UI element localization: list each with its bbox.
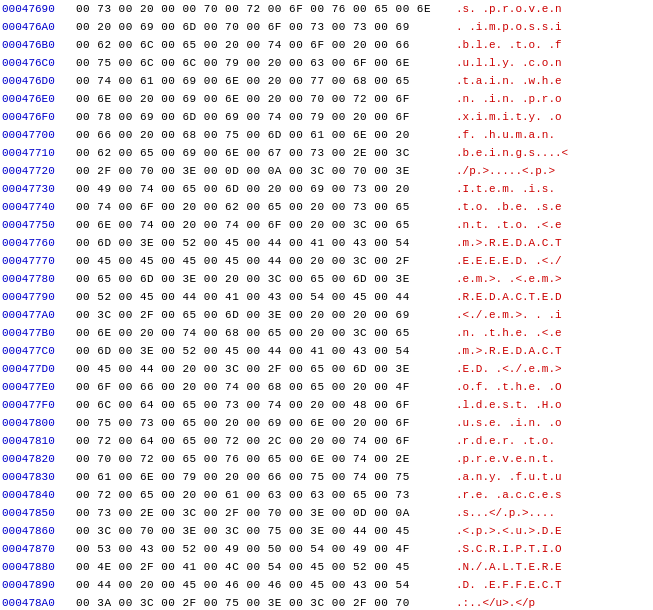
hex-cell: 00 74 00 6F 00 20 00 62 00 65 00 20 00 7… <box>72 198 452 216</box>
address-cell: 00047820 <box>0 450 72 468</box>
ascii-cell: .s...</.p.>.... <box>452 504 555 522</box>
ascii-cell: .l.d.e.s.t. .H.o <box>452 396 562 414</box>
ascii-cell: .r.e. .a.c.c.e.s <box>452 486 562 504</box>
ascii-cell: .S.C.R.I.P.T.I.O <box>452 540 562 558</box>
table-row: 000476A000 20 00 69 00 6D 00 70 00 6F 00… <box>0 18 653 36</box>
ascii-cell: .t.a.i.n. .w.h.e <box>452 72 562 90</box>
hex-cell: 00 6F 00 66 00 20 00 74 00 68 00 65 00 2… <box>72 378 452 396</box>
address-cell: 00047890 <box>0 576 72 594</box>
table-row: 000477C000 6D 00 3E 00 52 00 45 00 44 00… <box>0 342 653 360</box>
hex-cell: 00 6D 00 3E 00 52 00 45 00 44 00 41 00 4… <box>72 342 452 360</box>
ascii-cell: .E.E.E.E.D. .<./ <box>452 252 562 270</box>
table-row: 0004772000 2F 00 70 00 3E 00 0D 00 0A 00… <box>0 162 653 180</box>
ascii-cell: .b.l.e. .t.o. .f <box>452 36 562 54</box>
hex-cell: 00 2F 00 70 00 3E 00 0D 00 0A 00 3C 00 7… <box>72 162 452 180</box>
ascii-cell: .n. .t.h.e. .<.e <box>452 324 562 342</box>
ascii-cell: .:..</u>.</p <box>452 594 535 610</box>
table-row: 0004787000 53 00 43 00 52 00 49 00 50 00… <box>0 540 653 558</box>
hex-cell: 00 62 00 65 00 69 00 6E 00 67 00 73 00 2… <box>72 144 452 162</box>
address-cell: 000476E0 <box>0 90 72 108</box>
ascii-cell: .f. .h.u.m.a.n. <box>452 126 555 144</box>
address-cell: 00047800 <box>0 414 72 432</box>
address-cell: 000477C0 <box>0 342 72 360</box>
ascii-cell: .I.t.e.m. .i.s. <box>452 180 555 198</box>
table-row: 0004775000 6E 00 74 00 20 00 74 00 6F 00… <box>0 216 653 234</box>
hex-cell: 00 70 00 72 00 65 00 76 00 65 00 6E 00 7… <box>72 450 452 468</box>
ascii-cell: .p.r.e.v.e.n.t. <box>452 450 555 468</box>
address-cell: 00047860 <box>0 522 72 540</box>
hex-cell: 00 75 00 73 00 65 00 20 00 69 00 6E 00 2… <box>72 414 452 432</box>
table-row: 000477B000 6E 00 20 00 74 00 68 00 65 00… <box>0 324 653 342</box>
table-row: 0004771000 62 00 65 00 69 00 6E 00 67 00… <box>0 144 653 162</box>
hex-cell: 00 73 00 2E 00 3C 00 2F 00 70 00 3E 00 0… <box>72 504 452 522</box>
ascii-cell: .E.D. .<./.e.m.> <box>452 360 562 378</box>
address-cell: 00047760 <box>0 234 72 252</box>
hex-viewer: 0004769000 73 00 20 00 00 70 00 72 00 6F… <box>0 0 653 610</box>
hex-cell: 00 6E 00 20 00 69 00 6E 00 20 00 70 00 7… <box>72 90 452 108</box>
address-cell: 00047790 <box>0 288 72 306</box>
address-cell: 00047830 <box>0 468 72 486</box>
hex-cell: 00 72 00 65 00 20 00 61 00 63 00 63 00 6… <box>72 486 452 504</box>
address-cell: 000476B0 <box>0 36 72 54</box>
address-cell: 000476D0 <box>0 72 72 90</box>
address-cell: 00047810 <box>0 432 72 450</box>
ascii-cell: .u.l.l.y. .c.o.n <box>452 54 562 72</box>
hex-cell: 00 6E 00 20 00 74 00 68 00 65 00 20 00 3… <box>72 324 452 342</box>
hex-cell: 00 3A 00 3C 00 2F 00 75 00 3E 00 3C 00 2… <box>72 594 452 610</box>
hex-cell: 00 78 00 69 00 6D 00 69 00 74 00 79 00 2… <box>72 108 452 126</box>
table-row: 0004785000 73 00 2E 00 3C 00 2F 00 70 00… <box>0 504 653 522</box>
address-cell: 00047840 <box>0 486 72 504</box>
address-cell: 000476C0 <box>0 54 72 72</box>
table-row: 0004779000 52 00 45 00 44 00 41 00 43 00… <box>0 288 653 306</box>
ascii-cell: .u.s.e. .i.n. .o <box>452 414 562 432</box>
ascii-cell: .n.t. .t.o. .<.e <box>452 216 562 234</box>
address-cell: 00047700 <box>0 126 72 144</box>
table-row: 0004784000 72 00 65 00 20 00 61 00 63 00… <box>0 486 653 504</box>
address-cell: 00047870 <box>0 540 72 558</box>
table-row: 0004789000 44 00 20 00 45 00 46 00 46 00… <box>0 576 653 594</box>
ascii-cell: .n. .i.n. .p.r.o <box>452 90 562 108</box>
hex-cell: 00 61 00 6E 00 79 00 20 00 66 00 75 00 7… <box>72 468 452 486</box>
ascii-cell: .o.f. .t.h.e. .O <box>452 378 562 396</box>
address-cell: 000477A0 <box>0 306 72 324</box>
hex-cell: 00 72 00 64 00 65 00 72 00 2C 00 20 00 7… <box>72 432 452 450</box>
address-cell: 00047880 <box>0 558 72 576</box>
table-row: 000477D000 45 00 44 00 20 00 3C 00 2F 00… <box>0 360 653 378</box>
address-cell: 00047690 <box>0 0 72 18</box>
hex-cell: 00 20 00 69 00 6D 00 70 00 6F 00 73 00 7… <box>72 18 452 36</box>
ascii-cell: . .i.m.p.o.s.s.i <box>452 18 562 36</box>
table-row: 0004777000 45 00 45 00 45 00 45 00 44 00… <box>0 252 653 270</box>
table-row: 000477F000 6C 00 64 00 65 00 73 00 74 00… <box>0 396 653 414</box>
hex-cell: 00 62 00 6C 00 65 00 20 00 74 00 6F 00 2… <box>72 36 452 54</box>
ascii-cell: ./p.>.....<.p.> <box>452 162 555 180</box>
address-cell: 00047730 <box>0 180 72 198</box>
hex-cell: 00 73 00 20 00 00 70 00 72 00 6F 00 76 0… <box>72 0 452 18</box>
ascii-cell: .m.>.R.E.D.A.C.T <box>452 234 562 252</box>
address-cell: 00047750 <box>0 216 72 234</box>
table-row: 000477A000 3C 00 2F 00 65 00 6D 00 3E 00… <box>0 306 653 324</box>
table-row: 0004788000 4E 00 2F 00 41 00 4C 00 54 00… <box>0 558 653 576</box>
table-row: 0004776000 6D 00 3E 00 52 00 45 00 44 00… <box>0 234 653 252</box>
address-cell: 000477B0 <box>0 324 72 342</box>
address-cell: 00047770 <box>0 252 72 270</box>
hex-cell: 00 45 00 45 00 45 00 45 00 44 00 20 00 3… <box>72 252 452 270</box>
table-row: 000476D000 74 00 61 00 69 00 6E 00 20 00… <box>0 72 653 90</box>
ascii-cell: .D. .E.F.F.E.C.T <box>452 576 562 594</box>
table-row: 0004780000 75 00 73 00 65 00 20 00 69 00… <box>0 414 653 432</box>
table-row: 0004770000 66 00 20 00 68 00 75 00 6D 00… <box>0 126 653 144</box>
ascii-cell: .N./.A.L.T.E.R.E <box>452 558 562 576</box>
hex-cell: 00 6D 00 3E 00 52 00 45 00 44 00 41 00 4… <box>72 234 452 252</box>
ascii-cell: .R.E.D.A.C.T.E.D <box>452 288 562 306</box>
table-row: 000478A000 3A 00 3C 00 2F 00 75 00 3E 00… <box>0 594 653 610</box>
hex-cell: 00 66 00 20 00 68 00 75 00 6D 00 61 00 6… <box>72 126 452 144</box>
hex-cell: 00 52 00 45 00 44 00 41 00 43 00 54 00 4… <box>72 288 452 306</box>
hex-cell: 00 45 00 44 00 20 00 3C 00 2F 00 65 00 6… <box>72 360 452 378</box>
address-cell: 00047780 <box>0 270 72 288</box>
ascii-cell: .<./.e.m.>. . .i <box>452 306 562 324</box>
address-cell: 000476A0 <box>0 18 72 36</box>
hex-cell: 00 4E 00 2F 00 41 00 4C 00 54 00 45 00 5… <box>72 558 452 576</box>
hex-cell: 00 3C 00 2F 00 65 00 6D 00 3E 00 20 00 2… <box>72 306 452 324</box>
table-row: 000477E000 6F 00 66 00 20 00 74 00 68 00… <box>0 378 653 396</box>
table-row: 0004781000 72 00 64 00 65 00 72 00 2C 00… <box>0 432 653 450</box>
hex-cell: 00 6C 00 64 00 65 00 73 00 74 00 20 00 4… <box>72 396 452 414</box>
